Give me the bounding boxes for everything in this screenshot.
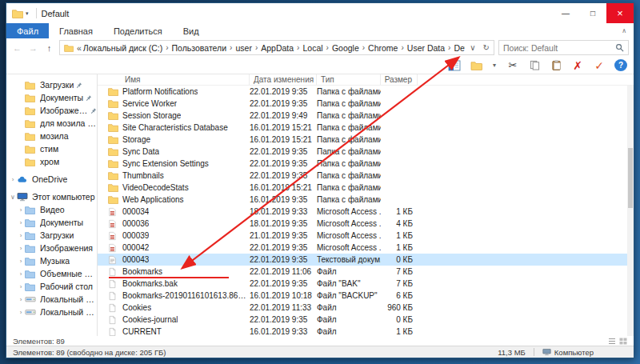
sidebar-item[interactable]: хром bbox=[6, 155, 97, 168]
file-row[interactable]: Site Characteristics Database 16.01.2019… bbox=[98, 122, 634, 134]
expand-chevron-icon[interactable]: › bbox=[17, 245, 25, 252]
breadcrumb-separator-icon[interactable]: › bbox=[226, 43, 235, 52]
toolbar-dropdown-icon[interactable]: ▾ bbox=[491, 58, 498, 73]
breadcrumb-separator-icon[interactable]: › bbox=[252, 43, 261, 52]
expand-chevron-icon[interactable]: › bbox=[17, 219, 25, 226]
help-icon[interactable]: ? bbox=[614, 59, 627, 71]
file-row[interactable]: 000039 21.01.2019 9:35 Microsoft Access … bbox=[98, 230, 634, 242]
cut-icon[interactable]: ✂ bbox=[506, 58, 519, 73]
column-header[interactable]: Имя bbox=[98, 74, 250, 85]
breadcrumb-separator-icon[interactable]: › bbox=[359, 43, 368, 52]
file-row[interactable]: CURRENT 16.01.2019 9:33 Файл 1 КБ bbox=[98, 326, 634, 336]
refresh-icon[interactable]: ↻ bbox=[483, 43, 490, 52]
sidebar-item[interactable]: › OneDrive bbox=[6, 173, 97, 186]
expand-chevron-icon[interactable]: › bbox=[17, 309, 25, 316]
address-bar[interactable]: « Локальный диск (C:) › Пользователи › u… bbox=[59, 40, 494, 55]
paste-icon[interactable] bbox=[550, 58, 562, 73]
breadcrumb-item[interactable]: Локальный диск (C:) › bbox=[83, 43, 172, 53]
forward-button[interactable]: → bbox=[27, 43, 39, 53]
sidebar-item[interactable]: › Рабочий стол bbox=[6, 280, 97, 293]
search-box[interactable] bbox=[498, 40, 629, 55]
column-header[interactable]: Тип bbox=[317, 74, 381, 85]
breadcrumb-item[interactable]: Default › bbox=[454, 43, 465, 53]
breadcrumb-overflow-icon[interactable]: « bbox=[77, 43, 82, 53]
file-row[interactable]: Web Applications 16.01.2019 9:35 Папка с… bbox=[98, 194, 634, 206]
breadcrumb-separator-icon[interactable]: › bbox=[445, 43, 454, 52]
new-folder-icon[interactable] bbox=[470, 58, 482, 73]
file-row[interactable]: Service Worker 22.01.2019 9:35 Папка с ф… bbox=[98, 98, 634, 110]
ribbon-tab[interactable]: Главная bbox=[49, 23, 103, 38]
scrollbar-thumb[interactable] bbox=[628, 148, 633, 208]
sidebar-item[interactable]: › Локальный дис... bbox=[6, 293, 97, 306]
file-row[interactable]: Cookies-journal 22.01.2019 9:35 Файл 0 К… bbox=[98, 314, 634, 326]
sidebar-item[interactable]: ∨ Этот компьютер bbox=[6, 190, 97, 203]
file-row[interactable]: 000042 22.01.2019 9:35 Microsoft Access … bbox=[98, 242, 634, 254]
column-header[interactable]: Размер bbox=[381, 74, 418, 85]
details-view-icon[interactable] bbox=[608, 338, 616, 345]
address-dropdown-icon[interactable]: ∨ bbox=[470, 43, 475, 52]
expand-chevron-icon[interactable]: › bbox=[17, 296, 25, 303]
sidebar-item[interactable]: Изображения bbox=[6, 104, 97, 117]
confirm-icon[interactable]: ✓ bbox=[593, 58, 606, 73]
sidebar-item[interactable]: › Объемные объ... bbox=[6, 267, 97, 280]
sidebar-item[interactable]: Загрузки bbox=[6, 78, 97, 91]
breadcrumb-item[interactable]: AppData › bbox=[261, 43, 302, 53]
ribbon-collapse-icon[interactable]: ∧ bbox=[622, 23, 634, 38]
expand-chevron-icon[interactable]: › bbox=[17, 283, 25, 290]
breadcrumb-separator-icon[interactable]: › bbox=[294, 43, 302, 52]
file-row[interactable]: Thumbnails 22.01.2019 9:35 Папка с файла… bbox=[98, 170, 634, 182]
file-row[interactable]: Bookmarks.bak 22.01.2019 9:35 Файл "BAK"… bbox=[98, 278, 634, 290]
vertical-scrollbar[interactable] bbox=[627, 86, 634, 336]
file-row[interactable]: Bookmarks-20190116101613.864308.back... … bbox=[98, 290, 634, 302]
sidebar-item[interactable]: › Документы bbox=[6, 216, 97, 229]
file-row[interactable]: Sync Extension Settings 22.01.2019 9:35 … bbox=[98, 158, 634, 170]
file-row[interactable]: VideoDecodeStats 16.01.2019 15:21 Папка … bbox=[98, 182, 634, 194]
preview-pane-icon[interactable] bbox=[448, 58, 461, 73]
file-row[interactable]: Cookies 22.01.2019 11:33 Файл 960 КБ bbox=[98, 302, 634, 314]
sidebar-item[interactable]: стим bbox=[6, 142, 97, 155]
ribbon-tab[interactable]: Поделиться bbox=[103, 23, 173, 38]
breadcrumb-item[interactable]: Local › bbox=[302, 43, 331, 53]
file-row[interactable]: Bookmarks 22.01.2019 11:06 Файл 7 КБ bbox=[98, 266, 634, 278]
expand-chevron-icon[interactable]: › bbox=[17, 258, 25, 265]
expand-chevron-icon[interactable]: › bbox=[17, 206, 25, 214]
close-button[interactable]: × bbox=[606, 3, 634, 23]
copy-icon[interactable] bbox=[528, 58, 541, 73]
sidebar-item[interactable]: мозила bbox=[6, 130, 97, 142]
breadcrumb-item[interactable]: user › bbox=[235, 43, 261, 53]
breadcrumb-item[interactable]: Пользователи › bbox=[172, 43, 236, 53]
breadcrumb-item[interactable]: User Data › bbox=[407, 43, 454, 53]
expand-chevron-icon[interactable]: › bbox=[9, 176, 17, 183]
sidebar-item[interactable]: › Изображения bbox=[6, 242, 97, 254]
column-header[interactable]: Дата изменения bbox=[250, 74, 317, 85]
sidebar-item[interactable]: › Видео bbox=[6, 203, 97, 216]
sidebar-item[interactable]: для мозила фае bbox=[6, 117, 97, 130]
breadcrumb-separator-icon[interactable]: › bbox=[398, 43, 406, 52]
expand-chevron-icon[interactable]: › bbox=[17, 232, 25, 239]
delete-icon[interactable]: ✗ bbox=[571, 58, 584, 73]
sidebar-item[interactable]: Документы bbox=[6, 91, 97, 104]
breadcrumb-item[interactable]: Google › bbox=[332, 43, 368, 53]
search-input[interactable] bbox=[503, 43, 615, 53]
sidebar-item[interactable]: › Музыка bbox=[6, 254, 97, 267]
file-row[interactable]: Session Storage 22.01.2019 9:49 Папка с … bbox=[98, 110, 634, 122]
file-row[interactable]: 000036 18.01.2019 9:35 Microsoft Access … bbox=[98, 218, 634, 230]
file-row[interactable]: 000043 22.01.2019 9:35 Текстовый докум..… bbox=[98, 254, 634, 266]
breadcrumb-separator-icon[interactable]: › bbox=[162, 43, 171, 52]
file-row[interactable]: Platform Notifications 22.01.2019 9:35 П… bbox=[98, 86, 634, 98]
expand-chevron-icon[interactable]: › bbox=[17, 270, 25, 278]
thumbnails-view-icon[interactable] bbox=[619, 338, 627, 345]
back-button[interactable]: ← bbox=[11, 43, 23, 53]
minimize-button[interactable]: — bbox=[552, 3, 579, 23]
ribbon-tab[interactable]: Файл bbox=[6, 23, 49, 38]
file-row[interactable]: Sync Data 22.01.2019 9:35 Папка с файлам… bbox=[98, 146, 634, 158]
search-icon[interactable] bbox=[615, 43, 624, 52]
sidebar-item[interactable]: › Локальный дис... bbox=[6, 306, 97, 318]
file-row[interactable]: 000034 18.01.2019 9:33 Microsoft Access … bbox=[98, 206, 634, 218]
maximize-button[interactable]: □ bbox=[579, 3, 606, 23]
file-row[interactable]: Storage 16.01.2019 15:21 Папка с файлами bbox=[98, 134, 634, 146]
quick-access-toolbar-dropdown-icon[interactable]: ▾ bbox=[26, 10, 29, 17]
breadcrumb-item[interactable]: Chrome › bbox=[368, 43, 407, 53]
breadcrumb-separator-icon[interactable]: › bbox=[323, 43, 332, 52]
ribbon-tab[interactable]: Вид bbox=[173, 23, 210, 38]
